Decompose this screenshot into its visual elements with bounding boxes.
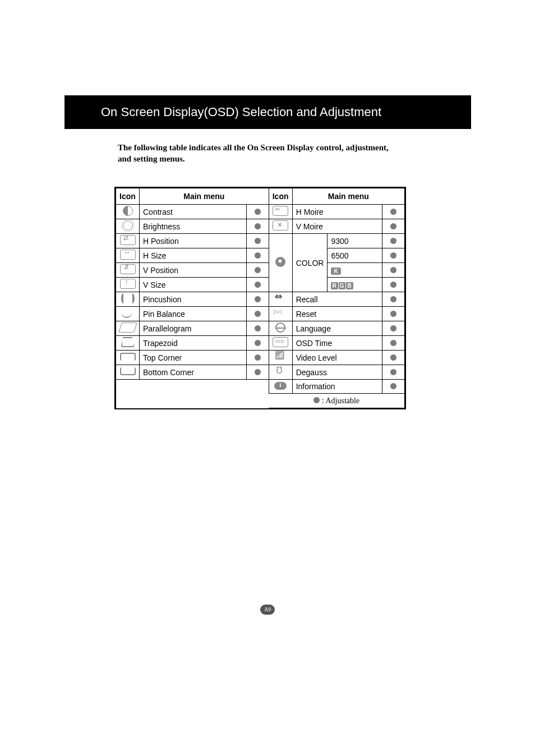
table-row: Information (116, 380, 405, 394)
header-icon-left: Icon (116, 188, 140, 205)
table-row: H Position COLOR 9300 (116, 234, 405, 248)
header-menu-right: Main menu (292, 188, 404, 205)
menu-label: Parallelogram (140, 321, 247, 336)
adjustable-dot (390, 267, 396, 273)
vposition-icon (120, 264, 136, 274)
intro-paragraph: The following table indicates all the On… (118, 142, 404, 165)
adjustable-dot (255, 252, 261, 259)
reset-icon (273, 308, 288, 318)
osd-table: Icon Main menu Icon Main menu Contrast H… (116, 188, 405, 408)
information-icon (274, 382, 287, 390)
menu-label: Language (292, 321, 382, 336)
page-header-title: On Screen Display(OSD) Selection and Adj… (101, 105, 381, 119)
color-option-k: K (328, 263, 382, 278)
menu-label: Reset (292, 307, 382, 321)
menu-label: Information (292, 380, 382, 394)
hsize-icon (120, 250, 136, 260)
adjustable-dot (390, 311, 396, 317)
legend-dot-icon (313, 397, 320, 403)
contrast-icon (123, 206, 133, 216)
hmoire-icon (273, 206, 288, 216)
table-row: Pincushion Recall (116, 292, 405, 307)
table-row: Contrast H Moire (116, 205, 405, 219)
adjustable-dot (255, 223, 261, 229)
color-option: 6500 (328, 248, 382, 263)
color-option: 9300 (328, 234, 382, 248)
adjustable-dot (255, 209, 261, 215)
menu-label: H Position (140, 234, 247, 248)
header-menu-left: Main menu (140, 188, 269, 205)
menu-label: V Size (140, 278, 247, 292)
pincushion-icon (122, 293, 133, 303)
vmoire-icon (273, 220, 288, 231)
page-number-badge: A9 (260, 605, 275, 615)
menu-label: Pin Balance (140, 307, 247, 321)
page-header: On Screen Display(OSD) Selection and Adj… (64, 95, 471, 129)
menu-label: H Size (140, 248, 247, 263)
menu-label: Video Level (292, 351, 382, 365)
topcorner-icon (120, 353, 136, 361)
hposition-icon (120, 235, 136, 245)
adjustable-dot (255, 369, 261, 375)
menu-label: V Position (140, 263, 247, 278)
page-number: A9 (264, 606, 271, 612)
rgb-badge-icon: RGB (331, 282, 353, 289)
color-icon (275, 257, 285, 267)
vsize-icon (120, 279, 136, 289)
adjustable-dot (255, 296, 261, 302)
bottomcorner-icon (120, 367, 136, 375)
adjustable-dot (390, 340, 396, 346)
adjustable-dot (390, 325, 396, 331)
adjustable-dot (390, 369, 396, 375)
menu-label: Top Corner (140, 351, 247, 365)
menu-label: H Moire (292, 205, 382, 219)
adjustable-dot (255, 238, 261, 244)
parallelogram-icon (118, 322, 137, 333)
degauss-icon (273, 366, 288, 376)
adjustable-dot (390, 354, 396, 361)
menu-label: Brightness (140, 219, 247, 234)
table-row: Parallelogram Language (116, 321, 405, 336)
recall-icon (275, 293, 286, 303)
adjustable-dot (390, 383, 396, 389)
menu-label: Bottom Corner (140, 365, 247, 380)
table-row: Bottom Corner Degauss (116, 365, 405, 380)
adjustable-dot (255, 282, 261, 288)
table-row: Top Corner Video Level (116, 351, 405, 365)
videolevel-icon (273, 352, 288, 362)
table-row: Pin Balance Reset (116, 307, 405, 321)
adjustable-dot (390, 252, 396, 259)
menu-label: Contrast (140, 205, 247, 219)
table-row: H Size 6500 (116, 248, 405, 263)
adjustable-dot (390, 238, 396, 244)
adjustable-dot (255, 311, 261, 317)
table-row: V Size RGB (116, 278, 405, 292)
adjustable-dot (390, 209, 396, 215)
table-row: Brightness V Moire (116, 219, 405, 234)
adjustable-dot (255, 267, 261, 273)
adjustable-dot (255, 354, 261, 361)
language-icon (275, 322, 285, 333)
menu-label: Pincushion (140, 292, 247, 307)
menu-label: V Moire (292, 219, 382, 234)
osdtime-icon (273, 337, 288, 347)
menu-label: Trapezoid (140, 336, 247, 351)
adjustable-dot (390, 223, 396, 229)
menu-label: Degauss (292, 365, 382, 380)
adjustable-dot (255, 325, 261, 331)
adjustable-dot (390, 296, 396, 302)
table-row: Trapezoid OSD Time (116, 336, 405, 351)
color-option-rgb: RGB (328, 278, 382, 292)
table-row: V Position K (116, 263, 405, 278)
table-header-row: Icon Main menu Icon Main menu (116, 188, 405, 205)
legend-text: : Adjustable (322, 397, 359, 405)
menu-label: OSD Time (292, 336, 382, 351)
k-badge-icon: K (331, 268, 340, 275)
header-icon-right: Icon (269, 188, 292, 205)
adjustable-dot (255, 340, 261, 346)
pinbalance-icon (120, 308, 136, 318)
color-group-label: COLOR (292, 234, 328, 292)
brightness-icon (123, 220, 133, 231)
menu-label: Recall (292, 292, 382, 307)
adjustable-dot (390, 282, 396, 288)
